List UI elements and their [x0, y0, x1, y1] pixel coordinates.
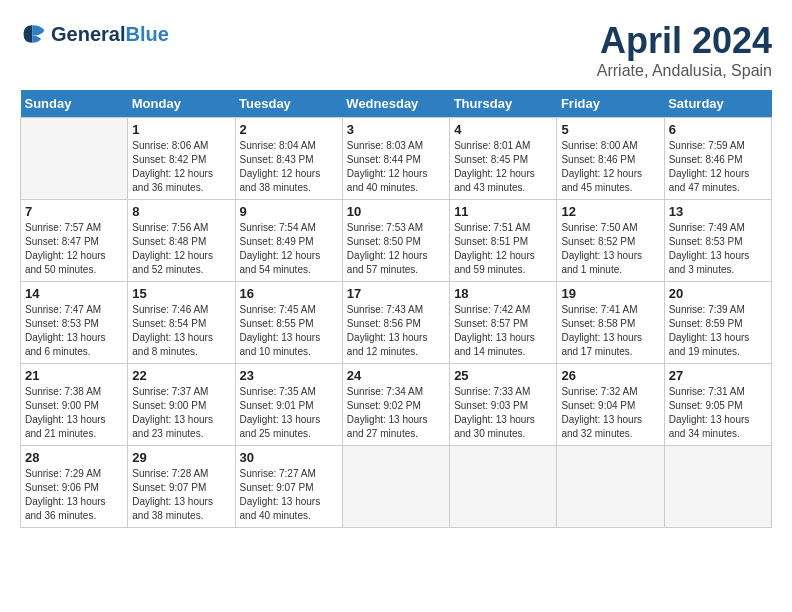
cell-info: Sunrise: 7:38 AMSunset: 9:00 PMDaylight:…: [25, 385, 123, 441]
cell-info: Sunrise: 7:37 AMSunset: 9:00 PMDaylight:…: [132, 385, 230, 441]
calendar-cell: [21, 118, 128, 200]
calendar-cell: 3Sunrise: 8:03 AMSunset: 8:44 PMDaylight…: [342, 118, 449, 200]
day-number: 7: [25, 204, 123, 219]
day-number: 18: [454, 286, 552, 301]
cell-info: Sunrise: 7:57 AMSunset: 8:47 PMDaylight:…: [25, 221, 123, 277]
cell-info: Sunrise: 7:50 AMSunset: 8:52 PMDaylight:…: [561, 221, 659, 277]
calendar-cell: [450, 446, 557, 528]
calendar-cell: 2Sunrise: 8:04 AMSunset: 8:43 PMDaylight…: [235, 118, 342, 200]
calendar-cell: 26Sunrise: 7:32 AMSunset: 9:04 PMDayligh…: [557, 364, 664, 446]
day-number: 27: [669, 368, 767, 383]
cell-info: Sunrise: 7:39 AMSunset: 8:59 PMDaylight:…: [669, 303, 767, 359]
cell-info: Sunrise: 7:41 AMSunset: 8:58 PMDaylight:…: [561, 303, 659, 359]
calendar-subtitle: Arriate, Andalusia, Spain: [597, 62, 772, 80]
day-number: 12: [561, 204, 659, 219]
calendar-cell: 6Sunrise: 7:59 AMSunset: 8:46 PMDaylight…: [664, 118, 771, 200]
weekday-header-row: SundayMondayTuesdayWednesdayThursdayFrid…: [21, 90, 772, 118]
day-number: 29: [132, 450, 230, 465]
day-number: 24: [347, 368, 445, 383]
cell-info: Sunrise: 7:47 AMSunset: 8:53 PMDaylight:…: [25, 303, 123, 359]
calendar-cell: 18Sunrise: 7:42 AMSunset: 8:57 PMDayligh…: [450, 282, 557, 364]
calendar-header: SundayMondayTuesdayWednesdayThursdayFrid…: [21, 90, 772, 118]
calendar-cell: 28Sunrise: 7:29 AMSunset: 9:06 PMDayligh…: [21, 446, 128, 528]
day-number: 11: [454, 204, 552, 219]
weekday-friday: Friday: [557, 90, 664, 118]
calendar-week-3: 14Sunrise: 7:47 AMSunset: 8:53 PMDayligh…: [21, 282, 772, 364]
calendar-cell: 20Sunrise: 7:39 AMSunset: 8:59 PMDayligh…: [664, 282, 771, 364]
calendar-cell: 5Sunrise: 8:00 AMSunset: 8:46 PMDaylight…: [557, 118, 664, 200]
calendar-week-2: 7Sunrise: 7:57 AMSunset: 8:47 PMDaylight…: [21, 200, 772, 282]
calendar-cell: 1Sunrise: 8:06 AMSunset: 8:42 PMDaylight…: [128, 118, 235, 200]
calendar-cell: 12Sunrise: 7:50 AMSunset: 8:52 PMDayligh…: [557, 200, 664, 282]
day-number: 15: [132, 286, 230, 301]
weekday-saturday: Saturday: [664, 90, 771, 118]
day-number: 13: [669, 204, 767, 219]
calendar-week-1: 1Sunrise: 8:06 AMSunset: 8:42 PMDaylight…: [21, 118, 772, 200]
calendar-cell: [664, 446, 771, 528]
cell-info: Sunrise: 7:31 AMSunset: 9:05 PMDaylight:…: [669, 385, 767, 441]
day-number: 28: [25, 450, 123, 465]
page-header: GeneralBlue April 2024 Arriate, Andalusi…: [20, 20, 772, 80]
calendar-cell: 19Sunrise: 7:41 AMSunset: 8:58 PMDayligh…: [557, 282, 664, 364]
cell-info: Sunrise: 7:43 AMSunset: 8:56 PMDaylight:…: [347, 303, 445, 359]
cell-info: Sunrise: 7:53 AMSunset: 8:50 PMDaylight:…: [347, 221, 445, 277]
title-block: April 2024 Arriate, Andalusia, Spain: [597, 20, 772, 80]
day-number: 16: [240, 286, 338, 301]
day-number: 5: [561, 122, 659, 137]
calendar-cell: 29Sunrise: 7:28 AMSunset: 9:07 PMDayligh…: [128, 446, 235, 528]
day-number: 20: [669, 286, 767, 301]
day-number: 6: [669, 122, 767, 137]
calendar-cell: 14Sunrise: 7:47 AMSunset: 8:53 PMDayligh…: [21, 282, 128, 364]
cell-info: Sunrise: 7:28 AMSunset: 9:07 PMDaylight:…: [132, 467, 230, 523]
day-number: 17: [347, 286, 445, 301]
cell-info: Sunrise: 8:00 AMSunset: 8:46 PMDaylight:…: [561, 139, 659, 195]
weekday-wednesday: Wednesday: [342, 90, 449, 118]
day-number: 9: [240, 204, 338, 219]
calendar-cell: 9Sunrise: 7:54 AMSunset: 8:49 PMDaylight…: [235, 200, 342, 282]
calendar-cell: [557, 446, 664, 528]
cell-info: Sunrise: 7:46 AMSunset: 8:54 PMDaylight:…: [132, 303, 230, 359]
calendar-cell: 13Sunrise: 7:49 AMSunset: 8:53 PMDayligh…: [664, 200, 771, 282]
calendar-cell: 24Sunrise: 7:34 AMSunset: 9:02 PMDayligh…: [342, 364, 449, 446]
day-number: 3: [347, 122, 445, 137]
calendar-cell: 30Sunrise: 7:27 AMSunset: 9:07 PMDayligh…: [235, 446, 342, 528]
weekday-tuesday: Tuesday: [235, 90, 342, 118]
cell-info: Sunrise: 7:32 AMSunset: 9:04 PMDaylight:…: [561, 385, 659, 441]
weekday-monday: Monday: [128, 90, 235, 118]
calendar-cell: [342, 446, 449, 528]
calendar-cell: 15Sunrise: 7:46 AMSunset: 8:54 PMDayligh…: [128, 282, 235, 364]
cell-info: Sunrise: 7:35 AMSunset: 9:01 PMDaylight:…: [240, 385, 338, 441]
calendar-table: SundayMondayTuesdayWednesdayThursdayFrid…: [20, 90, 772, 528]
calendar-cell: 27Sunrise: 7:31 AMSunset: 9:05 PMDayligh…: [664, 364, 771, 446]
calendar-cell: 21Sunrise: 7:38 AMSunset: 9:00 PMDayligh…: [21, 364, 128, 446]
day-number: 23: [240, 368, 338, 383]
day-number: 26: [561, 368, 659, 383]
calendar-title: April 2024: [597, 20, 772, 62]
calendar-cell: 22Sunrise: 7:37 AMSunset: 9:00 PMDayligh…: [128, 364, 235, 446]
calendar-cell: 7Sunrise: 7:57 AMSunset: 8:47 PMDaylight…: [21, 200, 128, 282]
cell-info: Sunrise: 7:34 AMSunset: 9:02 PMDaylight:…: [347, 385, 445, 441]
calendar-cell: 23Sunrise: 7:35 AMSunset: 9:01 PMDayligh…: [235, 364, 342, 446]
calendar-cell: 10Sunrise: 7:53 AMSunset: 8:50 PMDayligh…: [342, 200, 449, 282]
calendar-cell: 8Sunrise: 7:56 AMSunset: 8:48 PMDaylight…: [128, 200, 235, 282]
calendar-cell: 4Sunrise: 8:01 AMSunset: 8:45 PMDaylight…: [450, 118, 557, 200]
calendar-cell: 11Sunrise: 7:51 AMSunset: 8:51 PMDayligh…: [450, 200, 557, 282]
cell-info: Sunrise: 7:33 AMSunset: 9:03 PMDaylight:…: [454, 385, 552, 441]
cell-info: Sunrise: 7:45 AMSunset: 8:55 PMDaylight:…: [240, 303, 338, 359]
cell-info: Sunrise: 7:51 AMSunset: 8:51 PMDaylight:…: [454, 221, 552, 277]
cell-info: Sunrise: 8:04 AMSunset: 8:43 PMDaylight:…: [240, 139, 338, 195]
day-number: 25: [454, 368, 552, 383]
cell-info: Sunrise: 7:59 AMSunset: 8:46 PMDaylight:…: [669, 139, 767, 195]
day-number: 4: [454, 122, 552, 137]
cell-info: Sunrise: 7:27 AMSunset: 9:07 PMDaylight:…: [240, 467, 338, 523]
logo-icon: [20, 20, 48, 48]
calendar-week-5: 28Sunrise: 7:29 AMSunset: 9:06 PMDayligh…: [21, 446, 772, 528]
logo: GeneralBlue: [20, 20, 169, 48]
calendar-cell: 16Sunrise: 7:45 AMSunset: 8:55 PMDayligh…: [235, 282, 342, 364]
cell-info: Sunrise: 7:56 AMSunset: 8:48 PMDaylight:…: [132, 221, 230, 277]
cell-info: Sunrise: 7:42 AMSunset: 8:57 PMDaylight:…: [454, 303, 552, 359]
calendar-cell: 17Sunrise: 7:43 AMSunset: 8:56 PMDayligh…: [342, 282, 449, 364]
cell-info: Sunrise: 7:49 AMSunset: 8:53 PMDaylight:…: [669, 221, 767, 277]
cell-info: Sunrise: 8:01 AMSunset: 8:45 PMDaylight:…: [454, 139, 552, 195]
day-number: 30: [240, 450, 338, 465]
